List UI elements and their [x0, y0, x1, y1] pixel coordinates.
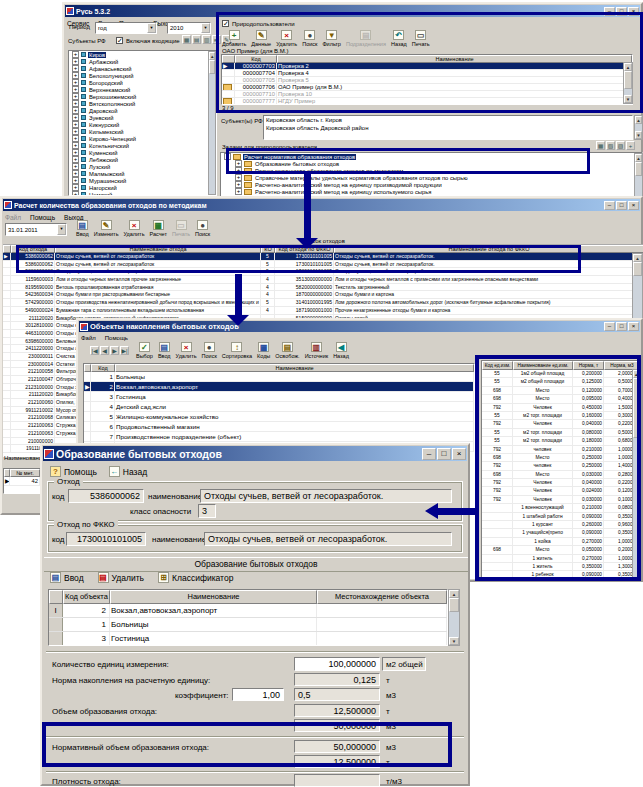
- table-row[interactable]: 5Жилищно-коммунальное хозяйство: [84, 412, 474, 422]
- tree-item[interactable]: +Котельничский: [69, 142, 216, 149]
- menu-item[interactable]: Файл: [5, 214, 21, 221]
- table-row[interactable]: 3Гостиница: [84, 392, 474, 402]
- expander-icon[interactable]: +: [235, 188, 242, 195]
- list-item[interactable]: Кировская область Даровской район: [266, 124, 632, 132]
- toolbar-button[interactable]: ▤Удалить: [98, 572, 144, 583]
- expander-icon[interactable]: +: [72, 128, 79, 135]
- tree-item[interactable]: +Кильмезский: [69, 128, 216, 135]
- tree-item[interactable]: +Афанасьевский: [69, 65, 216, 72]
- table-row[interactable]: I2Вокзал,автовокзал,аэропорт: [49, 604, 447, 618]
- minimize-button[interactable]: –: [604, 201, 615, 210]
- table-row[interactable]: 4Детский сад,ясли: [84, 402, 474, 412]
- expander-icon[interactable]: +: [72, 58, 79, 65]
- flat-view-icon[interactable]: ▤: [192, 35, 201, 44]
- nav-button[interactable]: |◀: [90, 346, 99, 355]
- toolbar-button[interactable]: ▭Печать: [172, 220, 190, 237]
- toolbar-button[interactable]: ▤Ввод: [76, 220, 89, 237]
- tree-item[interactable]: +Кирово-Чепецкий: [69, 135, 216, 142]
- tree-item[interactable]: +Даровской: [69, 107, 216, 114]
- chevron-down-icon[interactable]: ▼: [147, 23, 156, 33]
- group-view-icon[interactable]: ▦: [182, 35, 191, 44]
- tree-item[interactable]: +Богородский: [69, 79, 216, 86]
- tree-item[interactable]: +Лебяжский: [69, 156, 216, 163]
- table-row[interactable]: 5742900000Отходы производства нежелатини…: [3, 299, 643, 307]
- table-row[interactable]: 1159600003Лом и отходы черных металлов п…: [3, 276, 643, 284]
- subject-scrollbar[interactable]: ▲▼: [634, 115, 643, 140]
- toolbar-button[interactable]: ▤Освобож.: [275, 342, 299, 359]
- qty-input[interactable]: 100,000000: [294, 657, 380, 671]
- tree-item[interactable]: +Вятскополянский: [69, 100, 216, 107]
- maximize-button[interactable]: □: [616, 201, 627, 210]
- toolbar-button[interactable]: ✓Выбор: [136, 342, 153, 359]
- expander-icon[interactable]: +: [72, 121, 79, 128]
- tree-item[interactable]: +Кикнурский: [69, 121, 216, 128]
- tree-item[interactable]: +Справочные материалы удельных нормативо…: [221, 174, 642, 181]
- expander-icon[interactable]: +: [72, 184, 79, 191]
- table-row[interactable]: 5423600034Отходы бумаги при расторцовыва…: [3, 291, 643, 299]
- expander-icon[interactable]: +: [72, 135, 79, 142]
- year-select[interactable]: 2010▼: [167, 22, 211, 34]
- tree-item[interactable]: +Арбажский: [69, 58, 216, 65]
- toolbar-button[interactable]: ▤Ввод: [158, 342, 171, 359]
- toolbar-button[interactable]: ✎Изменить: [94, 220, 119, 237]
- expander-icon[interactable]: +: [72, 142, 79, 149]
- table-row[interactable]: 8195690000Ветошь прошлакированная отрабо…: [3, 284, 643, 292]
- toolbar-button[interactable]: ▤Ввод: [50, 572, 84, 583]
- minimize-button[interactable]: –: [604, 322, 615, 331]
- expander-icon[interactable]: +: [235, 174, 242, 181]
- table-row[interactable]: 1Больницы: [84, 372, 474, 382]
- nav-button[interactable]: ◀: [100, 346, 109, 355]
- include-nested-checkbox[interactable]: ✓: [116, 37, 123, 44]
- close-button[interactable]: ×: [628, 322, 639, 331]
- calendar-dropdown-icon[interactable]: ▼: [57, 224, 66, 235]
- tree-item[interactable]: +Верхнекамский: [69, 86, 216, 93]
- expander-icon[interactable]: +: [72, 51, 79, 58]
- nav-button[interactable]: ▶|: [120, 346, 129, 355]
- methods-title-bar[interactable]: Расчет количества образования отходов по…: [3, 199, 640, 211]
- menu-item[interactable]: Файл: [81, 335, 96, 341]
- expander-icon[interactable]: +: [235, 181, 242, 188]
- objects-title-bar[interactable]: Объекты накопления бытовых отходов – □ ×: [79, 321, 640, 332]
- tree-item[interactable]: +Мурашинский: [69, 177, 216, 184]
- add-node-icon[interactable]: +: [626, 141, 635, 150]
- coef-input[interactable]: 1,00: [232, 688, 284, 701]
- list-item[interactable]: Кировская область г. Киров: [266, 116, 632, 124]
- toolbar-button[interactable]: ▦Расчет: [150, 220, 168, 237]
- expander-icon[interactable]: +: [72, 163, 79, 170]
- tree-item[interactable]: +Лузский: [69, 163, 216, 170]
- dialog-title-bar[interactable]: Образование бытовых отходов – □ ×: [43, 446, 467, 461]
- toolbar-button[interactable]: ▥Источник: [305, 342, 328, 359]
- period-select[interactable]: год▼: [95, 22, 157, 34]
- expander-icon[interactable]: +: [72, 170, 79, 177]
- tree-item[interactable]: +Расчетно-аналитический метод на единицу…: [221, 188, 642, 195]
- camera-icon[interactable]: ▦: [596, 141, 605, 150]
- expander-icon[interactable]: +: [72, 114, 79, 121]
- toolbar-button[interactable]: ×Удалить: [124, 220, 145, 237]
- tasks-scrollbar[interactable]: ▲: [634, 153, 643, 197]
- tree-item[interactable]: +Зуевский: [69, 114, 216, 121]
- toolbar-button[interactable]: ▦Коды: [257, 342, 270, 359]
- tree-item[interactable]: +Киров: [69, 51, 216, 58]
- menu-item[interactable]: Помощь: [105, 335, 128, 341]
- nav-button[interactable]: ▶: [110, 346, 119, 355]
- maximize-button[interactable]: □: [437, 448, 451, 460]
- selection-scrollbar[interactable]: ▲▼: [448, 589, 460, 646]
- expander-icon[interactable]: +: [72, 100, 79, 107]
- expander-icon[interactable]: +: [72, 149, 79, 156]
- tree-item[interactable]: +Малмыжский: [69, 170, 216, 177]
- regions-scrollbar[interactable]: ▲: [208, 51, 216, 195]
- help-button[interactable]: ? Помощь: [50, 466, 97, 477]
- toolbar-button[interactable]: ◀Назад: [333, 342, 349, 359]
- expander-icon[interactable]: +: [72, 65, 79, 72]
- toolbar-button[interactable]: ●Поиск: [195, 220, 210, 237]
- expander-icon[interactable]: +: [72, 79, 79, 86]
- tree-item[interactable]: +Белохолуницкий: [69, 72, 216, 79]
- toolbar-button[interactable]: ⊞Классификатор: [158, 572, 233, 583]
- close-button[interactable]: ×: [628, 201, 639, 210]
- print-tree-icon[interactable]: ▥: [202, 35, 211, 44]
- table-row[interactable]: 3Гостиница: [49, 632, 447, 646]
- expander-icon[interactable]: +: [72, 156, 79, 163]
- expander-icon[interactable]: +: [72, 93, 79, 100]
- tree-view-icon[interactable]: ▧: [606, 141, 615, 150]
- toolbar-button[interactable]: ●Поиск: [202, 342, 217, 359]
